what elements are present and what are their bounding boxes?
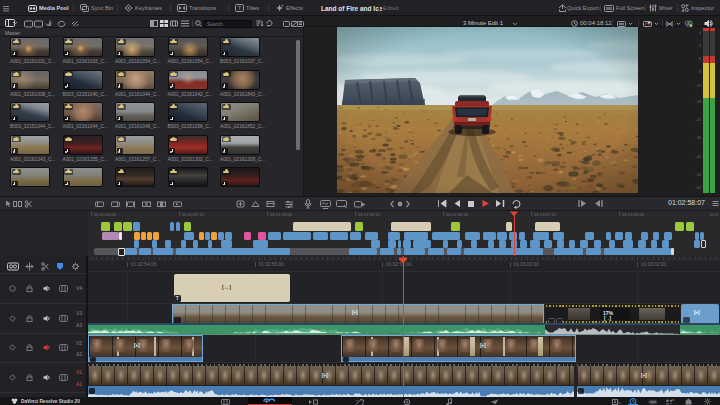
svg-text:T: T: [238, 5, 242, 11]
